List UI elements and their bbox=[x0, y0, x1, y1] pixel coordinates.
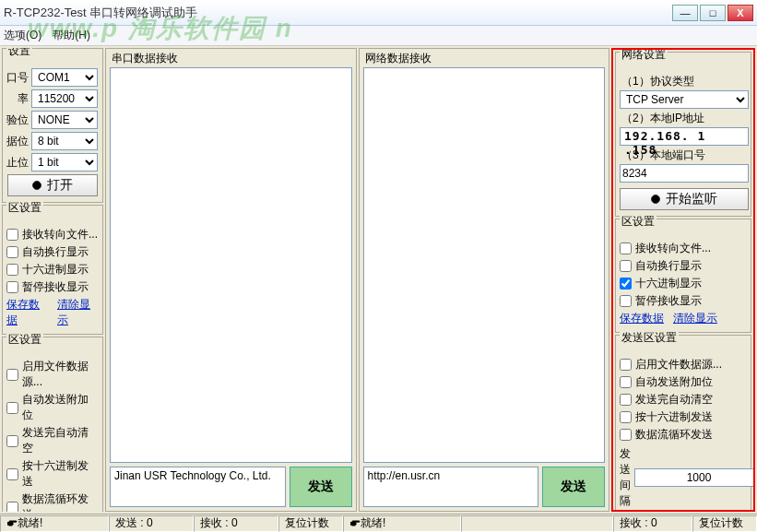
port-label: 口号 bbox=[6, 70, 29, 86]
serial-send-options-group: 区设置 启用文件数据源... 自动发送附加位 发送完自动清空 按十六进制发送 数… bbox=[2, 337, 103, 512]
serial-recv-title: 区设置 bbox=[6, 200, 43, 216]
status-reset-right[interactable]: 复位计数 bbox=[692, 515, 757, 532]
send-autoclear-check[interactable]: 发送完自动清空 bbox=[6, 425, 99, 456]
net-recv-tofile-check[interactable]: 接收转向文件... bbox=[620, 241, 747, 256]
parity-select[interactable]: NONE bbox=[31, 111, 98, 129]
serial-data-pane: 串口数据接收 Jinan USR Technology Co., Ltd. 发送 bbox=[105, 48, 357, 512]
ip-input[interactable]: 192.168. 1 .158 bbox=[620, 127, 749, 146]
network-recv-options-group: 区设置 接收转向文件... 自动换行显示 十六进制显示 暂停接收显示 保存数据 … bbox=[615, 219, 751, 333]
send-autoappend-check[interactable]: 自动发送附加位 bbox=[6, 392, 99, 423]
menu-help[interactable]: 帮助(H) bbox=[53, 28, 90, 43]
net-recv-save-link[interactable]: 保存数据 bbox=[620, 311, 664, 326]
listen-label: 开始监听 bbox=[666, 191, 717, 207]
open-serial-label: 打开 bbox=[47, 177, 73, 194]
port-select[interactable]: COM1 bbox=[31, 68, 98, 87]
recv-autowrap-check[interactable]: 自动换行显示 bbox=[6, 244, 99, 260]
status-recv-left: 接收 : 0 bbox=[194, 515, 278, 532]
status-dot-icon bbox=[32, 181, 41, 190]
recv-tofile-check[interactable]: 接收转向文件... bbox=[6, 227, 99, 242]
serial-recv-header: 串口数据接收 bbox=[106, 49, 356, 67]
network-sidebar: 网络设置 （1）协议类型 TCP Server （2）本地IP地址 192.16… bbox=[611, 48, 755, 512]
minimize-button[interactable]: — bbox=[672, 5, 698, 21]
net-send-loop-check[interactable]: 数据流循环发送 bbox=[620, 427, 747, 443]
recv-pause-check[interactable]: 暂停接收显示 bbox=[6, 279, 99, 295]
title-bar: R-TCP232-Test 串口转网络调试助手 — □ X bbox=[0, 0, 757, 26]
net-send-title: 发送区设置 bbox=[620, 330, 679, 346]
port-label-net: （3）本地端口号 bbox=[621, 148, 747, 163]
net-send-hex-check[interactable]: 按十六进制发送 bbox=[620, 409, 747, 425]
network-send-button[interactable]: 发送 bbox=[542, 467, 605, 507]
status-ready-right: 🖝 就绪! bbox=[343, 515, 461, 532]
baud-label: 率 bbox=[6, 91, 29, 107]
ip-label: （2）本地IP地址 bbox=[621, 111, 747, 126]
network-send-textarea[interactable]: http://en.usr.cn bbox=[363, 467, 539, 507]
window-title: R-TCP232-Test 串口转网络调试助手 bbox=[4, 5, 672, 21]
menu-bar: 选项(O) 帮助(H) bbox=[0, 26, 757, 46]
send-filesrc-check[interactable]: 启用文件数据源... bbox=[6, 359, 99, 390]
serial-send-textarea[interactable]: Jinan USR Technology Co., Ltd. bbox=[110, 467, 286, 507]
status-reset-left[interactable]: 复位计数 bbox=[278, 515, 343, 532]
parity-label: 验位 bbox=[6, 112, 29, 128]
net-send-autoappend-check[interactable]: 自动发送附加位 bbox=[620, 374, 747, 390]
network-settings-group: 网络设置 （1）协议类型 TCP Server （2）本地IP地址 192.16… bbox=[615, 52, 751, 217]
net-recv-pause-check[interactable]: 暂停接收显示 bbox=[620, 293, 747, 309]
network-recv-header: 网络数据接收 bbox=[360, 49, 609, 67]
databits-label: 据位 bbox=[6, 134, 29, 149]
net-send-fileload-link[interactable]: 文件载入 bbox=[620, 511, 664, 512]
serial-send-title: 区设置 bbox=[6, 332, 43, 348]
serial-recv-textarea[interactable] bbox=[110, 67, 352, 463]
send-hex-check[interactable]: 按十六进制发送 bbox=[6, 458, 99, 490]
listen-button[interactable]: 开始监听 bbox=[620, 188, 749, 210]
maximize-button[interactable]: □ bbox=[700, 5, 726, 21]
content-area: 设置 口号 COM1 率 115200 验位 NONE 据位 8 bit 止位 … bbox=[0, 46, 757, 514]
window-buttons: — □ X bbox=[672, 5, 753, 21]
net-recv-autowrap-check[interactable]: 自动换行显示 bbox=[620, 258, 747, 274]
network-settings-title: 网络设置 bbox=[620, 48, 668, 63]
serial-send-button[interactable]: 发送 bbox=[290, 467, 352, 507]
proto-select[interactable]: TCP Server bbox=[620, 90, 749, 109]
serial-recv-options-group: 区设置 接收转向文件... 自动换行显示 十六进制显示 暂停接收显示 保存数据 … bbox=[2, 205, 103, 335]
net-send-autoclear-check[interactable]: 发送完自动清空 bbox=[620, 392, 747, 408]
net-recv-clear-link[interactable]: 清除显示 bbox=[673, 311, 717, 326]
proto-label: （1）协议类型 bbox=[621, 74, 747, 89]
port-input[interactable] bbox=[620, 164, 749, 183]
status-dot-icon bbox=[651, 195, 660, 204]
open-serial-button[interactable]: 打开 bbox=[7, 174, 98, 196]
serial-settings-group: 设置 口号 COM1 率 115200 验位 NONE 据位 8 bit 止位 … bbox=[2, 48, 103, 203]
net-send-clearinput-link[interactable]: 清除输入 bbox=[673, 511, 717, 512]
stopbits-select[interactable]: 1 bit bbox=[31, 153, 98, 171]
network-data-pane: 网络数据接收 http://en.usr.cn 发送 bbox=[359, 48, 610, 512]
network-recv-textarea[interactable] bbox=[363, 67, 606, 463]
baud-select[interactable]: 115200 bbox=[31, 89, 98, 108]
net-interval-input[interactable] bbox=[634, 468, 755, 487]
status-ready-left: 🖝 就绪! bbox=[0, 515, 109, 532]
status-send-left: 发送 : 0 bbox=[109, 515, 194, 532]
serial-sidebar: 设置 口号 COM1 率 115200 验位 NONE 据位 8 bit 止位 … bbox=[2, 48, 103, 512]
serial-settings-title: 设置 bbox=[6, 48, 32, 59]
net-recv-hex-check[interactable]: 十六进制显示 bbox=[620, 276, 747, 291]
network-send-options-group: 发送区设置 启用文件数据源... 自动发送附加位 发送完自动清空 按十六进制发送… bbox=[615, 335, 751, 512]
recv-save-link[interactable]: 保存数据 bbox=[6, 297, 48, 328]
net-send-filesrc-check[interactable]: 启用文件数据源... bbox=[620, 357, 747, 372]
send-loop-check[interactable]: 数据流循环发送 bbox=[6, 491, 99, 512]
databits-select[interactable]: 8 bit bbox=[31, 132, 98, 150]
net-interval-pre: 发送间隔 bbox=[620, 446, 631, 509]
recv-hex-check[interactable]: 十六进制显示 bbox=[6, 262, 99, 278]
net-recv-title: 区设置 bbox=[620, 214, 656, 230]
recv-clear-link[interactable]: 清除显示 bbox=[57, 297, 99, 328]
menu-options[interactable]: 选项(O) bbox=[4, 28, 41, 43]
close-button[interactable]: X bbox=[727, 5, 753, 21]
stopbits-label: 止位 bbox=[6, 155, 29, 171]
status-bar: 🖝 就绪! 发送 : 0 接收 : 0 复位计数 🖝 就绪! 接收 : 0 复位… bbox=[0, 514, 757, 532]
status-recv-right: 接收 : 0 bbox=[613, 515, 692, 532]
